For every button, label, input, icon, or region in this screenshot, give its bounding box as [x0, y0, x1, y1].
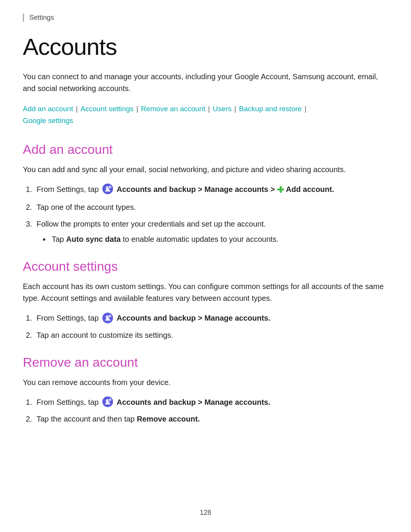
breadcrumb: Settings	[23, 14, 388, 22]
breadcrumb-label: Settings	[29, 14, 54, 21]
page-container: Settings Accounts You can connect to and…	[0, 0, 411, 532]
accounts-backup-icon-2	[102, 312, 113, 324]
nav-link-settings[interactable]: Account settings	[81, 105, 134, 113]
step1-settings-bold: Accounts and backup > Manage accounts.	[117, 314, 271, 322]
list-item: Tap Auto sync data to enable automatic u…	[50, 233, 388, 245]
plus-icon: ✚	[277, 185, 284, 195]
intro-paragraph: You can connect to and manage your accou…	[23, 71, 388, 94]
nav-link-remove[interactable]: Remove an account	[141, 105, 205, 113]
section-account-settings: Account settings Each account has its ow…	[23, 259, 388, 341]
bullet-list: Tap Auto sync data to enable automatic u…	[50, 233, 388, 245]
page-title: Accounts	[23, 33, 388, 60]
list-item: Tap one of the account types.	[34, 201, 388, 213]
nav-link-users[interactable]: Users	[213, 105, 232, 113]
section-title-remove: Remove an account	[23, 355, 388, 370]
section-title-settings: Account settings	[23, 259, 388, 274]
list-item: Tap an account to customize its settings…	[34, 329, 388, 341]
step1-add: Add account.	[286, 185, 334, 193]
accounts-backup-icon-3	[102, 396, 113, 407]
section-remove-account: Remove an account You can remove account…	[23, 355, 388, 425]
accounts-backup-icon	[102, 183, 113, 195]
nav-link-add[interactable]: Add an account	[23, 105, 73, 113]
section-add-account: Add an account You can add and sync all …	[23, 142, 388, 245]
add-account-steps: From Settings, tap Accounts and backup >…	[34, 183, 388, 245]
step1-bold: Accounts and backup > Manage accounts >	[117, 185, 275, 193]
list-item: Tap the account and then tap Remove acco…	[34, 413, 388, 425]
nav-link-backup[interactable]: Backup and restore	[239, 105, 302, 113]
step1-remove-bold: Accounts and backup > Manage accounts.	[117, 398, 271, 406]
section-body-settings: Each account has its own custom settings…	[23, 281, 388, 304]
section-body-add: You can add and sync all your email, soc…	[23, 164, 388, 176]
nav-links: Add an account | Account settings | Remo…	[23, 103, 388, 127]
page-number: 128	[0, 509, 411, 517]
list-item: From Settings, tap Accounts and backup >…	[34, 396, 388, 409]
account-settings-steps: From Settings, tap Accounts and backup >…	[34, 312, 388, 341]
list-item: From Settings, tap Accounts and backup >…	[34, 183, 388, 197]
remove-account-steps: From Settings, tap Accounts and backup >…	[34, 396, 388, 425]
section-title-add: Add an account	[23, 142, 388, 157]
list-item: Follow the prompts to enter your credent…	[34, 218, 388, 245]
section-body-remove: You can remove accounts from your device…	[23, 377, 388, 388]
list-item: From Settings, tap Accounts and backup >…	[34, 312, 388, 324]
nav-link-google[interactable]: Google settings	[23, 117, 73, 125]
